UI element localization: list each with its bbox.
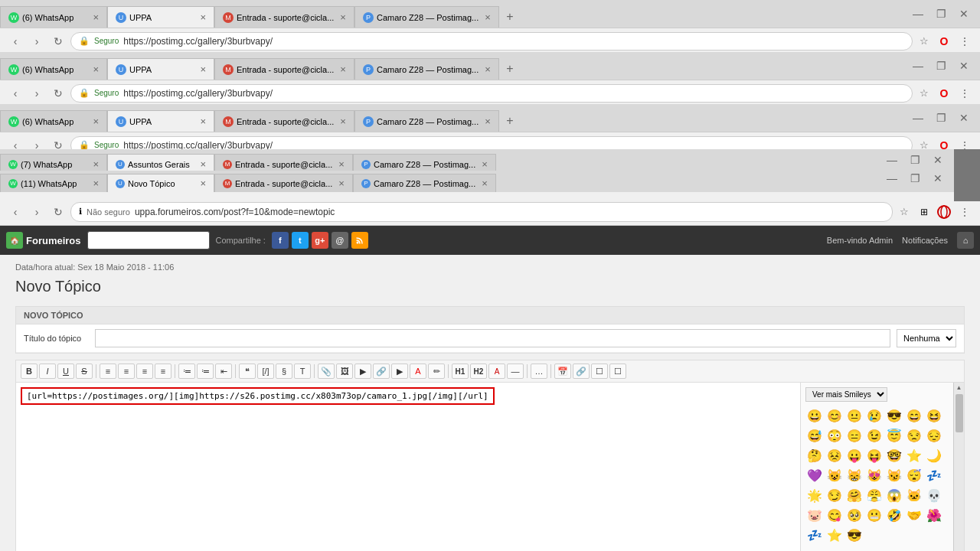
tab-close-postimg-4[interactable]: × <box>482 158 488 170</box>
tab-close-assuntos[interactable]: × <box>200 158 206 170</box>
italic-btn[interactable]: I <box>39 364 56 379</box>
tab-close-postimg-5[interactable]: × <box>482 178 488 189</box>
tab-postimg-5[interactable]: P Camaro Z28 — Postimag... × <box>353 174 496 192</box>
close-btn-1[interactable]: ✕ <box>954 6 974 21</box>
smiley-39[interactable]: 😬 <box>865 506 884 524</box>
reader-btn[interactable]: ⊞ <box>916 204 933 220</box>
main-star-btn[interactable]: ☆ <box>896 204 913 220</box>
align-justify-btn[interactable]: ≡ <box>155 364 172 379</box>
smiley-24[interactable]: 😸 <box>845 466 864 484</box>
tab-close-postimg-3[interactable]: × <box>485 116 491 127</box>
tab-gmail-5[interactable]: M Entrada - suporte@cicla... × <box>214 174 353 192</box>
attach-btn[interactable]: 📎 <box>318 364 335 379</box>
restore-btn-1[interactable]: ❐ <box>931 6 951 21</box>
tab-close-gmail-1[interactable]: × <box>340 11 346 23</box>
tab-close-uppa-3[interactable]: × <box>200 116 206 127</box>
bold-btn[interactable]: B <box>21 364 38 379</box>
main-opera-btn[interactable] <box>936 204 952 220</box>
smiley-1[interactable]: 😀 <box>805 406 824 425</box>
tab-postimg-3[interactable]: P Camaro Z28 — Postimag... × <box>354 110 499 132</box>
scrollbar-up-arrow[interactable]: ▲ <box>956 384 962 391</box>
tab-close-novo[interactable]: × <box>200 178 206 189</box>
rss-btn[interactable] <box>351 232 368 249</box>
tab-close-gmail-4[interactable]: × <box>338 158 345 170</box>
hr-btn[interactable]: — <box>507 364 524 379</box>
smiley-23[interactable]: 😺 <box>825 466 844 484</box>
smiley-13[interactable]: 😒 <box>905 426 923 445</box>
notifications-btn[interactable]: Notificações <box>902 236 948 245</box>
tab-close-1[interactable]: × <box>93 11 99 23</box>
home-btn[interactable]: ⌂ <box>957 232 974 249</box>
color-btn[interactable]: A <box>410 364 426 379</box>
calendar-btn[interactable]: 📅 <box>554 364 571 379</box>
category-select[interactable]: Nenhuma <box>897 329 956 347</box>
main-reload-btn[interactable]: ↻ <box>49 203 67 221</box>
align-right-btn[interactable]: ≡ <box>136 364 153 379</box>
menu-btn-1[interactable]: ⋮ <box>956 32 974 51</box>
smiley-32[interactable]: 😤 <box>865 486 884 504</box>
reload-btn-1[interactable]: ↻ <box>49 32 67 51</box>
preview-btn[interactable]: ☐ <box>609 364 626 379</box>
quote-btn[interactable]: ❝ <box>239 364 256 379</box>
smiley-12[interactable]: 😇 <box>885 426 903 445</box>
smiley-27[interactable]: 😴 <box>905 466 923 484</box>
tab-uppa-3[interactable]: U UPPA × <box>107 110 214 132</box>
forum-logo[interactable]: 🏠 Forumeiros <box>6 232 81 249</box>
h2-btn[interactable]: H2 <box>470 364 487 379</box>
smiley-31[interactable]: 🤗 <box>845 486 864 504</box>
close-btn-3[interactable]: ✕ <box>954 110 974 126</box>
tab-postimg-1[interactable]: P Camaro Z28 — Postimag... × <box>354 6 499 28</box>
smiley-9[interactable]: 😳 <box>825 426 844 445</box>
smiley-44[interactable]: ⭐ <box>825 526 844 544</box>
star-btn-1[interactable]: ☆ <box>916 33 933 50</box>
new-tab-btn-1[interactable]: + <box>499 6 521 28</box>
restore-btn-3[interactable]: ❐ <box>931 110 951 126</box>
smiley-6[interactable]: 😄 <box>905 406 923 425</box>
tab-close-w5[interactable]: × <box>93 178 99 189</box>
smileys-select[interactable]: Ver mais Smileys <box>805 387 887 402</box>
tab-gmail-1[interactable]: M Entrada - suporte@cicla... × <box>214 6 354 28</box>
tab-novotopico-5[interactable]: U Novo Tópico × <box>107 174 214 192</box>
opera-btn-2[interactable]: O <box>936 85 952 102</box>
outdent-btn[interactable]: ⇤ <box>215 364 232 379</box>
smiley-37[interactable]: 😋 <box>825 506 844 524</box>
tab-close-2[interactable]: × <box>93 64 99 75</box>
smiley-18[interactable]: 😝 <box>865 446 884 465</box>
tab-close-uppa-1[interactable]: × <box>200 11 206 23</box>
tab-close-gmail-2[interactable]: × <box>340 64 346 75</box>
align-center-btn[interactable]: ≡ <box>118 364 135 379</box>
smiley-16[interactable]: 😣 <box>825 446 844 465</box>
address-input-1[interactable]: 🔒 Seguro https://postimg.cc/gallery/3bur… <box>70 32 913 51</box>
spoiler-btn[interactable]: § <box>276 364 292 379</box>
tab-close-gmail-5[interactable]: × <box>338 178 345 189</box>
tab-close-w4[interactable]: × <box>93 158 99 170</box>
back-btn-1[interactable]: ‹ <box>6 32 24 51</box>
smiley-15[interactable]: 🤔 <box>805 446 824 465</box>
video-btn[interactable]: ▶ <box>354 364 371 379</box>
tab-whatsapp-2[interactable]: W (6) WhatsApp × <box>0 58 107 80</box>
smiley-17[interactable]: 😛 <box>845 446 864 465</box>
tab-close-uppa-2[interactable]: × <box>200 64 206 75</box>
smiley-28[interactable]: 💤 <box>925 466 943 484</box>
strikethrough-btn[interactable]: S <box>76 364 93 379</box>
youtube-btn[interactable]: ▶ <box>391 364 408 379</box>
smiley-3[interactable]: 😐 <box>845 406 864 425</box>
list-ol-btn[interactable]: ≔ <box>197 364 214 379</box>
smiley-33[interactable]: 😱 <box>885 486 903 504</box>
smiley-41[interactable]: 🤝 <box>905 506 923 524</box>
editor-text-content[interactable]: [url=https://postimages.org/][img]https:… <box>21 387 495 405</box>
more-btn[interactable]: … <box>531 364 547 379</box>
align-left-btn[interactable]: ≡ <box>100 364 116 379</box>
smiley-4[interactable]: 😢 <box>865 406 884 425</box>
facebook-btn[interactable]: f <box>272 232 289 249</box>
email-share-btn[interactable]: @ <box>332 232 348 249</box>
link-btn[interactable]: 🔗 <box>373 364 390 379</box>
smiley-2[interactable]: 😊 <box>825 406 844 425</box>
address-input-2[interactable]: 🔒 Seguro https://postimg.cc/gallery/3bur… <box>70 84 913 103</box>
minimize-btn-5[interactable]: — <box>882 171 902 186</box>
smiley-21[interactable]: 🌙 <box>925 446 943 465</box>
h1-btn[interactable]: H1 <box>452 364 469 379</box>
smiley-45[interactable]: 😎 <box>845 526 864 544</box>
smiley-8[interactable]: 😅 <box>805 426 824 445</box>
smiley-10[interactable]: 😑 <box>845 426 864 445</box>
